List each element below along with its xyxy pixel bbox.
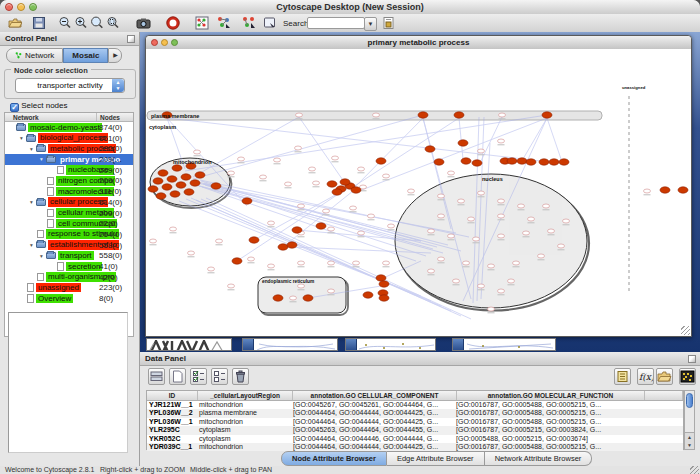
tree-row[interactable]: ▾biological_process651(0): [5, 133, 133, 144]
delete-attribute-icon[interactable]: [232, 368, 249, 385]
minimized-network-2[interactable]: [242, 338, 338, 351]
network-window[interactable]: primary metabolic process plasma membran…: [145, 35, 692, 337]
unselect-all-attributes-icon[interactable]: [211, 368, 228, 385]
network-node: [453, 279, 460, 283]
help-icon[interactable]: [166, 16, 180, 30]
search-input[interactable]: [307, 17, 365, 29]
column-header[interactable]: annotation.GO CELLULAR_COMPONENT: [293, 391, 457, 400]
table-cell: [GO:0044464, GO:0044444, GO:0044425, G..…: [291, 418, 454, 426]
network-canvas[interactable]: plasma membranecytoplasmmitochondrionnuc…: [146, 49, 691, 336]
expand-arrow-icon[interactable]: ▾: [27, 146, 36, 152]
table-row[interactable]: YPL036W__2plasma membrane[GO:0044464, GO…: [147, 409, 683, 417]
float-panel-icon[interactable]: [688, 355, 696, 363]
tree-row[interactable]: ▾establishment of lo558(0): [5, 240, 133, 251]
import-attributes-icon[interactable]: [656, 368, 673, 385]
network-node: [323, 209, 330, 213]
tab-node-attribute-browser[interactable]: Node Attribute Browser: [281, 451, 387, 466]
tree-row[interactable]: ▾transport558(0): [5, 250, 133, 261]
table-row[interactable]: YLR295Ccytoplasm[GO:0045263, GO:0044464,…: [147, 426, 683, 434]
network-node-selected: [507, 158, 517, 164]
network-node-selected: [454, 112, 464, 118]
table-scrollbar[interactable]: ▲▼: [684, 390, 695, 450]
network-canvas-container[interactable]: plasma membranecytoplasmmitochondrionnuc…: [146, 49, 691, 336]
column-header[interactable]: [645, 391, 683, 400]
float-panel-icon[interactable]: [127, 35, 135, 43]
snapshot-icon[interactable]: [136, 16, 150, 30]
tree-row[interactable]: mosaic-demo-yeast874(0): [5, 122, 133, 133]
tree-row[interactable]: macromolecule311(0): [5, 186, 133, 197]
search-dropdown-icon[interactable]: ▼: [364, 17, 377, 31]
tree-row[interactable]: secretion41(0): [5, 261, 133, 272]
birds-eye-view[interactable]: [8, 312, 128, 453]
network-node: [350, 206, 357, 210]
zoom-selected-icon[interactable]: [106, 16, 120, 30]
network-node: [373, 113, 380, 117]
table-row[interactable]: YPL036W__1mitochondrion[GO:0044464, GO:0…: [147, 418, 683, 426]
column-header[interactable]: _cellularLayoutRegion: [198, 391, 293, 400]
tab-network[interactable]: Network: [6, 48, 63, 63]
column-header[interactable]: annotation.GO MOLECULAR_FUNCTION: [457, 391, 645, 400]
window-titlebar[interactable]: Cytoscape Desktop (New Session): [0, 0, 700, 15]
tab-network-attribute-browser[interactable]: Network Attribute Browser: [485, 451, 593, 466]
expand-arrow-icon[interactable]: ▾: [37, 156, 46, 162]
table-row[interactable]: YKR052Ccytoplasm[GO:0044464, GO:0044446,…: [147, 435, 683, 443]
network-node: [383, 261, 390, 265]
scrollbar-arrows-icon[interactable]: ▲▼: [685, 432, 694, 449]
tree-row[interactable]: unassigned223(0): [5, 282, 133, 293]
tree-row[interactable]: ▾primary metabo209(...: [5, 154, 133, 165]
table-row[interactable]: YJR121W__1mitochondrion[GO:0045267, GO:0…: [147, 401, 683, 409]
tree-row[interactable]: ▾metabolic process280(0): [5, 143, 133, 154]
tree-row[interactable]: nucleobase-209(0): [5, 165, 133, 176]
select-nodes-checkbox[interactable]: ✓: [10, 103, 19, 112]
node-color-dropdown[interactable]: transporter activity ▲▼: [15, 78, 125, 93]
minimized-network-4[interactable]: [452, 338, 556, 351]
open-file-icon[interactable]: [8, 16, 22, 30]
tree-row[interactable]: cellular metabo209(0): [5, 208, 133, 219]
network-node-selected: [539, 159, 549, 165]
expand-arrow-icon[interactable]: ▾: [27, 199, 36, 205]
network-node: [188, 251, 195, 255]
network-edge: [353, 118, 459, 187]
annotation-icon[interactable]: [263, 16, 277, 30]
scrollbar-thumb[interactable]: [686, 393, 693, 408]
network-window-titlebar[interactable]: primary metabolic process: [146, 36, 691, 50]
dropdown-stepper-icon: ▲▼: [112, 79, 124, 92]
tree-row[interactable]: ▾cellular process614(0): [5, 197, 133, 208]
frame-resize-grip[interactable]: [681, 326, 690, 335]
matrix-icon[interactable]: [679, 368, 696, 385]
minimized-network-1[interactable]: [146, 338, 232, 351]
save-icon[interactable]: [32, 16, 46, 30]
zoom-in-icon[interactable]: [74, 16, 88, 30]
network-manager-icon[interactable]: [195, 16, 209, 30]
tree-row[interactable]: nitrogen compo209(0): [5, 175, 133, 186]
network-node-selected: [316, 223, 326, 229]
tree-row[interactable]: response to stimulu264(0): [5, 229, 133, 240]
tabs-overflow-icon[interactable]: ▶: [108, 48, 122, 63]
expand-arrow-icon[interactable]: ▾: [37, 253, 46, 259]
zoom-out-icon[interactable]: [58, 16, 72, 30]
expand-arrow-icon[interactable]: ▾: [27, 242, 36, 248]
select-all-attributes-icon[interactable]: [190, 368, 207, 385]
attribute-table-header[interactable]: ID_cellularLayoutRegionannotation.GO CEL…: [147, 391, 683, 401]
tab-edge-attribute-browser[interactable]: Edge Attribute Browser: [387, 451, 485, 466]
minimized-network-3[interactable]: [345, 338, 436, 351]
column-header[interactable]: ID: [147, 391, 198, 400]
search-options-icon[interactable]: [382, 16, 396, 30]
create-attribute-icon[interactable]: [169, 368, 186, 385]
network-node: [644, 189, 651, 193]
expand-arrow-icon[interactable]: ▾: [17, 135, 26, 141]
attribute-batch-icon[interactable]: [614, 368, 631, 385]
tree-row[interactable]: multi-organism pro42(0): [5, 272, 133, 283]
network-node: [518, 204, 525, 208]
tree-row[interactable]: Overview8(0): [5, 293, 133, 304]
tree-header[interactable]: Network Nodes: [5, 113, 133, 122]
window-resize-grip[interactable]: [690, 466, 699, 474]
tree-row[interactable]: cell communicat22(0): [5, 218, 133, 229]
function-builder-icon[interactable]: f(x): [637, 368, 654, 385]
apply-layout-icon[interactable]: [216, 16, 230, 30]
zoom-fit-icon[interactable]: [90, 16, 104, 30]
network-node: [438, 194, 445, 198]
select-attributes-icon[interactable]: [148, 368, 165, 385]
tab-mosaic[interactable]: Mosaic: [63, 48, 108, 63]
edit-network-icon[interactable]: [241, 16, 255, 30]
